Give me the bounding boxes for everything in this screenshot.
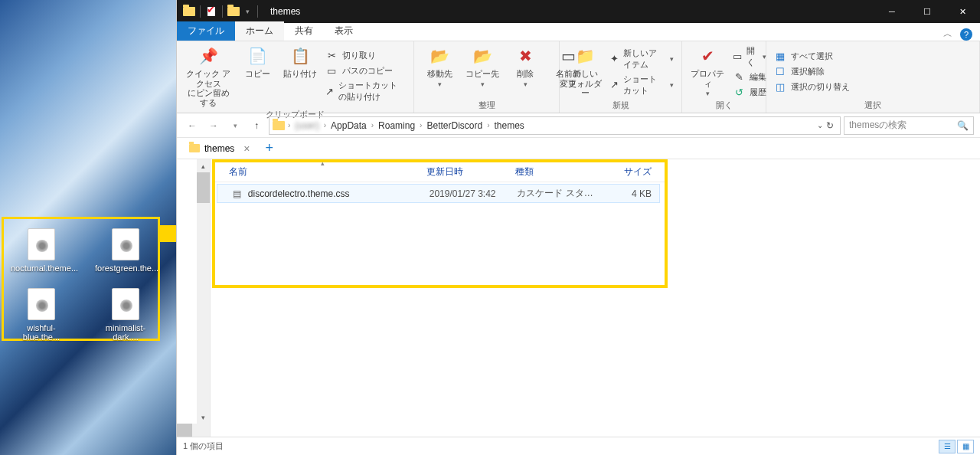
desktop-file-label: nocturnal.theme...: [11, 264, 72, 273]
column-size[interactable]: サイズ: [601, 165, 659, 178]
view-icons-button[interactable]: ▦: [957, 440, 974, 453]
annotation-highlight-box: ▴ 名前 更新日時 種類 サイズ ▤ discordelectro.theme.…: [212, 159, 668, 288]
refresh-icon[interactable]: ↻: [826, 120, 834, 131]
new-shortcut-button[interactable]: ↗ショートカット: [610, 74, 674, 97]
history-button[interactable]: ↺履歴: [733, 87, 766, 99]
close-tab-icon[interactable]: ×: [239, 142, 250, 155]
group-label-select: 選択: [774, 99, 972, 111]
titlebar[interactable]: ✔ ▾ themes ─ ☐ ✕: [177, 0, 980, 23]
chevron-down-icon[interactable]: ▾: [243, 8, 253, 15]
desktop-file-icon[interactable]: nocturnal.theme...: [11, 228, 72, 273]
view-details-button[interactable]: ☰: [939, 440, 956, 453]
column-date[interactable]: 更新日時: [426, 165, 515, 178]
copy-to-button[interactable]: 📂コピー先: [465, 44, 500, 99]
search-icon: 🔍: [957, 120, 969, 131]
cut-button[interactable]: ✂切り取り: [325, 49, 406, 61]
new-folder-button[interactable]: 📁新しい フォルダー: [567, 44, 603, 99]
group-label-open: 開く: [690, 99, 758, 111]
folder-icon[interactable]: [227, 7, 240, 16]
desktop-file-icon[interactable]: wishful-blue.the...: [11, 288, 72, 342]
nav-up-button[interactable]: ↑: [247, 116, 266, 135]
navigation-pane[interactable]: ▴ ▾: [177, 159, 211, 437]
history-icon: ↺: [733, 87, 745, 99]
file-type: カスケード スタイル シ...: [517, 187, 602, 200]
copyto-icon: 📂: [471, 44, 494, 67]
desktop-file-icon[interactable]: minimalist-dark....: [95, 288, 156, 342]
paste-button[interactable]: 📋 貼り付け: [283, 44, 318, 108]
select-all-icon: ▦: [774, 51, 786, 63]
nav-recent-dropdown[interactable]: ▾: [226, 116, 244, 135]
open-button[interactable]: ▭開く: [733, 45, 766, 68]
add-tab-button[interactable]: +: [258, 140, 282, 156]
scrollbar-horizontal[interactable]: [177, 424, 197, 437]
paste-shortcut-button[interactable]: ↗ショートカットの貼り付け: [325, 80, 406, 103]
new-item-button[interactable]: ✦新しいアイテム: [610, 47, 674, 70]
paste-icon: 📋: [289, 44, 312, 67]
desktop-file-label: minimalist-dark....: [95, 323, 156, 342]
copy-button[interactable]: 📄 コピー: [240, 44, 275, 108]
css-file-icon: [112, 288, 139, 320]
ribbon-collapse-icon[interactable]: ︿: [943, 28, 952, 41]
address-dropdown-icon[interactable]: ⌄: [817, 121, 823, 129]
chevron-right-icon[interactable]: ›: [371, 121, 374, 129]
select-all-button[interactable]: ▦すべて選択: [774, 51, 850, 63]
tab-share[interactable]: 共有: [284, 21, 324, 41]
file-list-pane[interactable]: ▴ 名前 更新日時 種類 サイズ ▤ discordelectro.theme.…: [211, 159, 980, 437]
address-bar[interactable]: › (user) › AppData › Roaming › BetterDis…: [269, 116, 841, 135]
properties-icon: ✔: [696, 44, 719, 67]
scrollbar-thumb[interactable]: [197, 172, 210, 203]
ribbon: 📌 クイック アクセス にピン留めする 📄 コピー 📋 貼り付け ✂切り取り ▭…: [177, 41, 980, 113]
folder-tab[interactable]: themes ×: [181, 138, 258, 159]
breadcrumb-user[interactable]: (user): [292, 120, 322, 131]
copy-icon: 📄: [246, 44, 269, 67]
breadcrumb[interactable]: BetterDiscord: [423, 120, 485, 131]
pin-quickaccess-button[interactable]: 📌 クイック アクセス にピン留めする: [185, 44, 232, 108]
edit-button[interactable]: ✎編集: [733, 71, 766, 83]
close-button[interactable]: ✕: [945, 0, 980, 23]
file-row[interactable]: ▤ discordelectro.theme.css 2019/01/27 3:…: [217, 184, 660, 203]
select-none-button[interactable]: ☐選択解除: [774, 66, 850, 78]
scrollbar-vertical[interactable]: ▴ ▾: [197, 159, 210, 437]
copy-path-button[interactable]: ▭パスのコピー: [325, 64, 406, 77]
file-size: 4 KB: [602, 188, 659, 199]
edit-icon: ✎: [733, 71, 745, 83]
chevron-right-icon[interactable]: ›: [487, 121, 489, 129]
tab-home[interactable]: ホーム: [235, 21, 284, 41]
chevron-right-icon[interactable]: ›: [324, 121, 326, 129]
breadcrumb[interactable]: AppData: [328, 120, 370, 131]
select-invert-button[interactable]: ◫選択の切り替え: [774, 81, 850, 93]
folder-icon: [189, 144, 200, 152]
move-to-button[interactable]: 📂移動先: [422, 44, 457, 99]
css-file-icon: [28, 228, 55, 260]
select-none-icon: ☐: [774, 66, 786, 78]
maximize-button[interactable]: ☐: [910, 0, 945, 23]
scroll-down-icon[interactable]: ▾: [197, 411, 210, 424]
properties-button[interactable]: ✔プロパティ: [690, 44, 725, 99]
chevron-right-icon[interactable]: ›: [288, 121, 290, 129]
qat-properties-icon[interactable]: ✔: [205, 5, 217, 18]
delete-button[interactable]: ✖削除: [508, 44, 543, 99]
scroll-up-icon[interactable]: ▴: [197, 159, 210, 172]
column-name[interactable]: 名前: [229, 165, 426, 178]
column-type[interactable]: 種類: [515, 165, 601, 178]
new-item-icon: ✦: [610, 53, 619, 65]
shortcut-icon: ↗: [325, 85, 334, 97]
folder-tab-label: themes: [204, 143, 234, 154]
main-area: ▴ ▾ ▴ 名前 更新日時 種類 サイズ ▤: [177, 159, 980, 437]
chevron-right-icon[interactable]: ›: [420, 121, 422, 129]
breadcrumb[interactable]: Roaming: [375, 120, 418, 131]
nav-row: ← → ▾ ↑ › (user) › AppData › Roaming › B…: [177, 113, 980, 138]
search-input[interactable]: themesの検索 🔍: [844, 116, 974, 135]
tab-file[interactable]: ファイル: [177, 21, 235, 41]
file-explorer-window: ✔ ▾ themes ─ ☐ ✕ ファイル ホーム 共有 表示 ︿ ? 📌: [176, 0, 980, 455]
help-icon[interactable]: ?: [960, 28, 972, 41]
breadcrumb[interactable]: themes: [492, 120, 528, 131]
tab-view[interactable]: 表示: [324, 21, 364, 41]
nav-back-button[interactable]: ←: [183, 116, 201, 135]
path-icon: ▭: [325, 64, 338, 77]
nav-forward-button[interactable]: →: [204, 116, 223, 135]
search-placeholder: themesの検索: [849, 119, 906, 132]
scrollbar-thumb[interactable]: [177, 424, 192, 437]
minimize-button[interactable]: ─: [874, 0, 910, 23]
desktop-file-icon[interactable]: forestgreen.the...: [95, 228, 156, 273]
